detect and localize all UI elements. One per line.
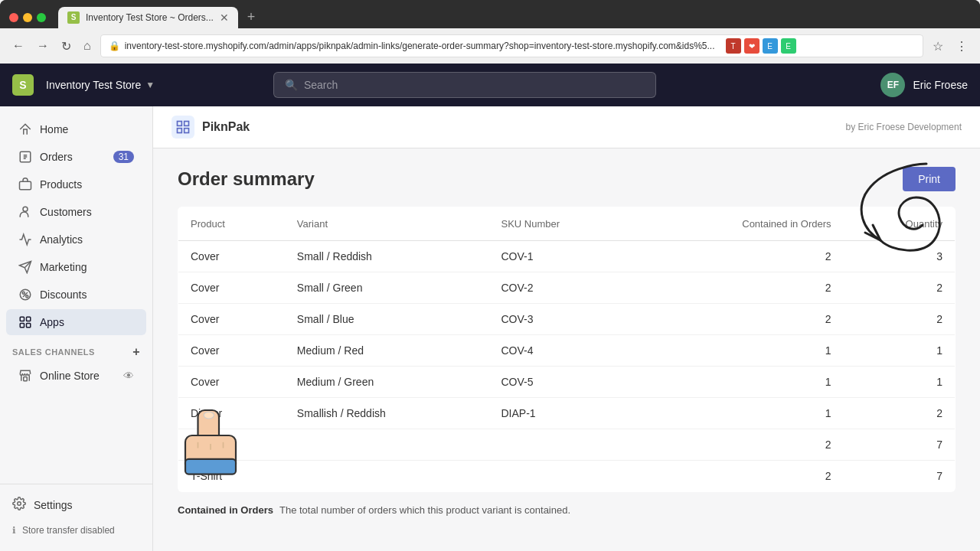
sales-channels-label: SALES CHANNELS <box>12 347 95 357</box>
sidebar-item-analytics[interactable]: Analytics <box>6 227 146 253</box>
settings-item[interactable]: Settings <box>0 491 152 519</box>
cell-quantity: 2 <box>844 304 956 335</box>
print-button[interactable]: Print <box>903 167 956 191</box>
user-name-label: Eric Froese <box>913 79 968 91</box>
chevron-down-icon: ▼ <box>145 80 155 90</box>
cell-variant: Small / Blue <box>285 304 489 335</box>
search-icon: 🔍 <box>285 79 298 91</box>
home-button[interactable]: ⌂ <box>80 37 94 54</box>
cell-variant: Smallish / Reddish <box>285 398 489 429</box>
store-selector[interactable]: Inventory Test Store ▼ <box>46 79 155 91</box>
sidebar-label-products: Products <box>40 178 82 191</box>
sidebar-item-orders[interactable]: Orders 31 <box>6 144 146 170</box>
svg-rect-9 <box>24 377 28 381</box>
cell-sku <box>489 461 639 492</box>
cell-product: Cover <box>178 272 285 304</box>
url-input[interactable]: 🔒 inventory-test-store.myshopify.com/adm… <box>100 34 923 57</box>
cell-orders: 2 <box>639 272 843 304</box>
cell-quantity: 2 <box>844 398 956 429</box>
cell-sku <box>489 429 639 461</box>
sidebar-item-products[interactable]: Products <box>6 171 146 197</box>
ext-icon-4[interactable]: E <box>781 38 796 54</box>
visibility-icon[interactable]: 👁 <box>123 370 134 382</box>
table-row: Cover Small / Reddish COV-1 2 3 <box>178 241 956 272</box>
svg-rect-17 <box>185 459 236 474</box>
sidebar-label-marketing: Marketing <box>40 261 87 273</box>
active-tab[interactable]: S Inventory Test Store ~ Orders... ✕ <box>58 7 238 28</box>
thumbs-up-decoration <box>168 402 253 488</box>
store-name: Inventory Test Store <box>46 79 141 91</box>
table-row: T-Shirt 2 7 <box>178 461 956 492</box>
ext-icon-2[interactable]: ❤ <box>744 38 760 54</box>
table-row: Cover Small / Green COV-2 2 2 <box>178 272 956 304</box>
cell-orders: 2 <box>639 429 843 461</box>
sidebar-item-discounts[interactable]: Discounts <box>6 282 146 308</box>
cell-variant: Small / Reddish <box>285 241 489 272</box>
sidebar-label-customers: Customers <box>40 206 92 218</box>
svg-rect-11 <box>178 122 182 126</box>
orders-badge: 31 <box>113 151 134 163</box>
cell-quantity: 1 <box>844 335 956 367</box>
analytics-icon <box>18 233 32 246</box>
top-navigation: S Inventory Test Store ▼ 🔍 EF Eric Froes… <box>0 64 980 106</box>
app-name: PiknPak <box>202 120 250 134</box>
info-icon: ℹ <box>12 525 16 536</box>
cell-sku: COV-2 <box>489 272 639 304</box>
cell-variant <box>285 461 489 492</box>
main-content: PiknPak by Eric Froese Development <box>153 106 980 551</box>
sidebar-item-home[interactable]: Home <box>6 116 146 142</box>
ext-icon-3[interactable]: E <box>763 38 778 54</box>
cell-product: Cover <box>178 241 285 272</box>
table-row: Cover Small / Blue COV-3 2 2 <box>178 304 956 335</box>
forward-button[interactable]: → <box>34 37 52 54</box>
svg-point-4 <box>26 295 28 298</box>
col-variant: Variant <box>285 207 489 241</box>
svg-rect-5 <box>20 317 24 321</box>
new-tab-button[interactable]: + <box>241 6 262 28</box>
svg-point-2 <box>23 207 28 211</box>
search-bar[interactable]: 🔍 <box>273 72 656 98</box>
settings-label: Settings <box>34 499 73 511</box>
tab-close-btn[interactable]: ✕ <box>220 11 229 24</box>
back-button[interactable]: ← <box>9 37 28 54</box>
svg-point-3 <box>22 292 24 294</box>
traffic-light-red[interactable] <box>9 13 18 22</box>
table-row: Diaper Smallish / Reddish DIAP-1 1 2 <box>178 398 956 429</box>
cell-sku: COV-3 <box>489 304 639 335</box>
traffic-light-green[interactable] <box>37 13 46 22</box>
app-logo: PiknPak <box>172 116 250 139</box>
ext-icon-1[interactable]: T <box>726 38 741 54</box>
svg-rect-8 <box>27 324 31 328</box>
bookmark-button[interactable]: ☆ <box>929 37 946 55</box>
orders-icon <box>18 150 32 164</box>
order-summary-header: Order summary Print <box>178 167 956 191</box>
refresh-button[interactable]: ↻ <box>58 37 74 55</box>
sidebar-item-apps[interactable]: Apps <box>6 309 146 335</box>
sidebar-item-customers[interactable]: Customers <box>6 199 146 225</box>
traffic-light-yellow[interactable] <box>23 13 32 22</box>
add-channel-icon[interactable]: + <box>132 345 140 359</box>
cell-variant: Small / Green <box>285 272 489 304</box>
svg-rect-6 <box>27 317 31 321</box>
search-input[interactable] <box>304 79 645 91</box>
sidebar-label-apps: Apps <box>40 316 64 328</box>
cell-orders: 1 <box>639 398 843 429</box>
sidebar-item-marketing[interactable]: Marketing <box>6 254 146 280</box>
sidebar-label-discounts: Discounts <box>40 289 87 301</box>
svg-rect-13 <box>178 129 182 133</box>
avatar: EF <box>880 73 905 97</box>
tab-label: Inventory Test Store ~ Orders... <box>86 12 214 23</box>
app-header: PiknPak by Eric Froese Development <box>153 106 980 148</box>
legend-term: Contained in Orders <box>178 504 273 516</box>
cell-product: Cover <box>178 367 285 398</box>
cell-product: Cover <box>178 335 285 367</box>
svg-rect-14 <box>185 129 189 133</box>
cell-sku: DIAP-1 <box>489 398 639 429</box>
cell-orders: 1 <box>639 367 843 398</box>
sidebar-item-online-store[interactable]: Online Store 👁 <box>6 363 146 389</box>
discounts-icon <box>18 288 32 302</box>
cell-quantity: 7 <box>844 429 956 461</box>
col-sku: SKU Number <box>489 207 639 241</box>
cell-orders: 2 <box>639 241 843 272</box>
menu-button[interactable]: ⋮ <box>952 37 971 55</box>
